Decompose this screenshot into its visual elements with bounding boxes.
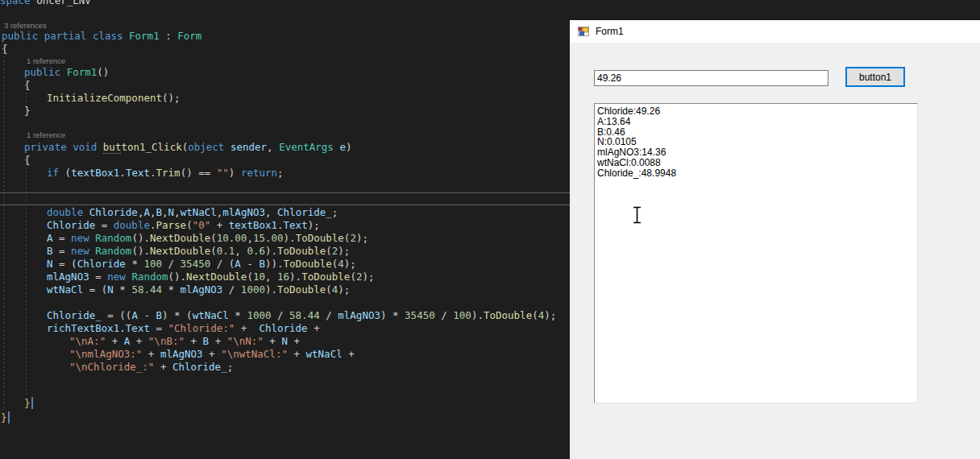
code-line: InitializeComponent(); <box>47 92 181 105</box>
code-line: space Oncer_LNV <box>0 0 91 7</box>
code-line: A = new Random().NextDouble(10.00,15.00)… <box>47 232 368 245</box>
code-line: richTextBox1.Text = "Chloride:" + Chlori… <box>47 322 320 335</box>
code-line: wtNaCl = (N * 58.44 * mlAgNO3 / 1000).To… <box>47 283 350 296</box>
form1-window: Form1 button1 Chloride:49.26A:13.64B:0.4… <box>570 20 980 459</box>
code-line: public partial class Form1 : Form <box>2 30 201 43</box>
screen: { "editor": { "background": "#1e1e1e", "… <box>0 0 980 459</box>
code-line: } <box>1 411 10 424</box>
indent-guide <box>3 44 4 411</box>
indent-guide <box>26 81 27 105</box>
ibeam-cursor <box>632 206 642 224</box>
rtf-line: B:0.46 <box>597 127 917 138</box>
code-line: N = (Chloride * 100 / 35450 / (A - B)).T… <box>47 258 356 271</box>
code-line: double Chloride,A,B,N,wtNaCl,mlAgNO3, Ch… <box>47 206 338 219</box>
code-line: Chloride = double.Parse("0" + textBox1.T… <box>47 219 320 232</box>
rtf-line: Chloride:49.26 <box>597 106 917 117</box>
code-line: public Form1() <box>24 66 109 79</box>
code-line: private void button1_Click(object sender… <box>24 141 351 154</box>
rtf-line: Chloride_:48.9948 <box>597 168 917 179</box>
form1-titlebar[interactable]: Form1 <box>570 20 980 43</box>
button1-label: button1 <box>859 72 891 83</box>
code-line: "\nmlAgNO3:" + mlAgNO3 + "\nwtNaCl:" + w… <box>69 348 355 361</box>
button1[interactable]: button1 <box>845 67 905 87</box>
editor-separator-line <box>0 192 570 193</box>
code-line: "\nChloride_:" + Chloride_; <box>69 361 233 374</box>
chloride-input[interactable] <box>594 70 828 86</box>
rtf-line: wtNaCl:0.0088 <box>597 158 917 168</box>
code-line: B = new Random().NextDouble(0.1, 0.6).To… <box>47 245 350 258</box>
code-line: mlAgNO3 = new Random().NextDouble(10, 16… <box>47 271 375 283</box>
window-title: Form1 <box>596 26 624 37</box>
code-line: "\nA:" + A + "\nB:" + B + "\nN:" + N + <box>69 335 300 348</box>
rtf-line: A:13.64 <box>597 117 917 127</box>
code-line: if (textBox1.Text.Trim() == "") return; <box>47 167 284 180</box>
result-richtextbox[interactable]: Chloride:49.26A:13.64B:0.46N:0.0105mlAgN… <box>594 103 918 403</box>
code-line: } <box>24 105 31 118</box>
form-icon <box>577 25 590 38</box>
editor-separator-line <box>0 204 570 205</box>
code-line: } <box>24 397 33 410</box>
code-line: Chloride_ = ((A - B) * (wtNaCl * 1000 / … <box>47 309 556 322</box>
code-editor[interactable]: space Oncer_LNV3 referencespublic partia… <box>0 0 570 459</box>
